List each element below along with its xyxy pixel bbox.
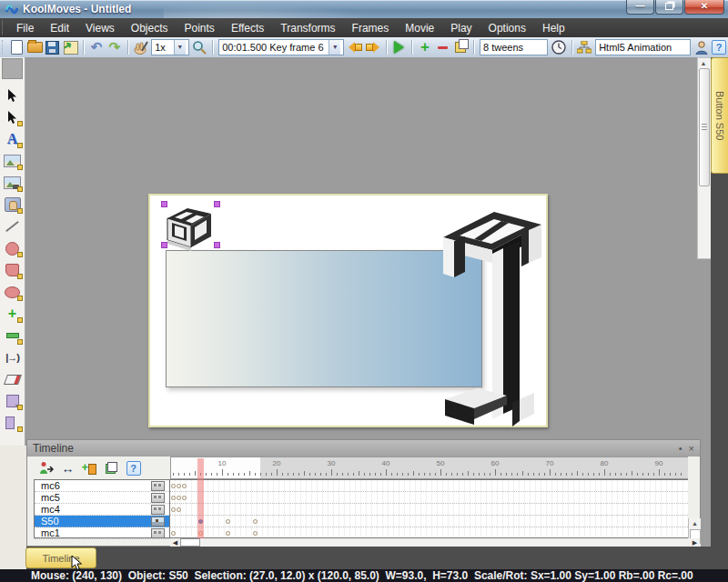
menu-effects[interactable]: Effects (223, 20, 272, 36)
keyframe-track[interactable] (170, 504, 688, 516)
selection-handle[interactable] (214, 242, 220, 248)
next-frame-button[interactable] (365, 39, 381, 56)
tool-line[interactable] (2, 216, 24, 237)
layer-row[interactable]: mc6 (35, 480, 169, 492)
tweens-field[interactable]: 8 tweens (480, 39, 548, 55)
play-button[interactable] (391, 39, 408, 56)
movie-canvas[interactable] (148, 194, 548, 427)
clamp-shape[interactable] (441, 206, 543, 426)
menu-file[interactable]: File (8, 20, 42, 36)
tool-eraser[interactable] (2, 368, 24, 390)
keyframe-track[interactable] (170, 480, 688, 492)
keyframe-dot[interactable] (171, 496, 176, 500)
layer-row[interactable]: mc4 (35, 504, 169, 516)
keyframe-track-area[interactable] (170, 479, 688, 538)
menu-frames[interactable]: Frames (344, 20, 398, 36)
new-button[interactable] (9, 39, 25, 56)
tool-text[interactable]: A (2, 128, 24, 150)
selection-handle[interactable] (214, 201, 220, 207)
keyframe-dot[interactable] (226, 519, 230, 524)
tool-ellipse[interactable] (2, 237, 24, 259)
resize-button[interactable]: ↔ (60, 460, 76, 476)
cube-shape[interactable] (164, 204, 217, 253)
tool-subselect[interactable] (2, 106, 24, 128)
scroll-up-icon[interactable]: ▲ (699, 59, 708, 68)
undo-button[interactable]: ↶ (88, 39, 105, 56)
tool-align[interactable]: |→) (2, 346, 24, 368)
menu-edit[interactable]: Edit (42, 20, 77, 36)
menu-views[interactable]: Views (77, 20, 123, 36)
menu-points[interactable]: Points (177, 20, 223, 36)
copy-frame-button[interactable] (452, 39, 469, 56)
tool-button[interactable] (2, 194, 24, 216)
delete-frame-button[interactable] (435, 39, 451, 56)
keyframe-dot[interactable] (253, 519, 258, 524)
keyframe-dot[interactable] (177, 484, 181, 488)
chevron-down-icon[interactable]: ▾ (329, 40, 340, 55)
scroll-up-icon[interactable]: ▲ (691, 520, 699, 527)
format-field[interactable]: Html5 Animation (595, 39, 691, 55)
timeline-help-button[interactable]: ? (126, 460, 141, 476)
restore-button[interactable] (655, 0, 683, 15)
chevron-down-icon[interactable]: ▾ (174, 40, 186, 55)
minimize-button[interactable]: — (626, 0, 654, 15)
export-button[interactable] (63, 39, 79, 56)
clock-button[interactable] (551, 39, 567, 56)
pin-icon[interactable]: • (679, 443, 682, 454)
save-button[interactable] (45, 39, 61, 56)
timeline-header[interactable]: Timeline • × (27, 440, 700, 457)
layer-row[interactable]: S50 (35, 516, 169, 527)
selection-handle[interactable] (161, 201, 167, 207)
keyframe-dot[interactable] (182, 484, 187, 488)
tool-add-points[interactable]: + (2, 303, 24, 325)
insert-frame-button[interactable] (82, 460, 97, 476)
menu-transforms[interactable]: Transforms (272, 20, 343, 36)
selection-handle[interactable] (161, 242, 167, 248)
button-panel-tab[interactable]: Button S50 (711, 57, 728, 174)
keyframe-track[interactable] (170, 492, 688, 504)
gradient-rectangle-shape[interactable] (166, 250, 482, 387)
keyframe-dot[interactable] (171, 531, 176, 536)
person-button[interactable] (693, 39, 710, 56)
keyframe-dot[interactable] (171, 507, 176, 512)
tool-rectangle[interactable] (2, 259, 24, 281)
menu-movie[interactable]: Movie (397, 20, 442, 36)
tool-transform[interactable] (2, 390, 24, 412)
tool-image-effects[interactable] (2, 172, 24, 194)
hierarchy-button[interactable] (576, 39, 592, 56)
redo-button[interactable]: ↷ (106, 39, 123, 56)
tool-select[interactable] (2, 85, 24, 106)
copy-layers-button[interactable] (104, 460, 119, 476)
keyframe-dot[interactable] (253, 531, 258, 536)
keyframe-dot[interactable] (182, 496, 187, 500)
open-button[interactable] (26, 39, 43, 56)
close-icon[interactable]: × (689, 443, 694, 454)
add-frame-button[interactable]: + (417, 39, 433, 56)
keyframe-select[interactable]: 00:01.500 Key frame 6 ▾ (218, 39, 344, 55)
keyframe-dot[interactable] (226, 531, 230, 536)
close-button[interactable]: ✕ (684, 0, 724, 15)
tool-properties[interactable] (2, 412, 24, 434)
zoom-select[interactable]: 1x ▾ (151, 39, 188, 55)
hand-tool-button[interactable] (133, 39, 149, 56)
tool-freehand[interactable] (2, 281, 24, 303)
menu-play[interactable]: Play (442, 20, 480, 36)
layer-row[interactable]: mc5 (35, 492, 169, 504)
scrollbar-thumb[interactable] (180, 538, 200, 547)
playhead[interactable] (197, 458, 204, 538)
tool-image[interactable] (2, 150, 24, 172)
keyframe-track[interactable] (170, 516, 688, 527)
workspace-scrollbar[interactable]: ▲ (697, 57, 712, 259)
help-button[interactable]: ? (711, 39, 727, 56)
timeline-ruler[interactable]: 102030405060708090 (170, 457, 688, 479)
magnifier-button[interactable] (192, 39, 208, 56)
keyframe-dot[interactable] (177, 507, 181, 512)
keyframe-dot[interactable] (171, 484, 176, 488)
menu-help[interactable]: Help (534, 20, 573, 36)
add-action-button[interactable] (38, 460, 54, 476)
keyframe-dot[interactable] (177, 496, 181, 500)
timeline-dock-tab[interactable]: Timeline (25, 547, 96, 568)
title-bar[interactable]: KoolMoves - Untitled — ✕ (0, 0, 728, 18)
active-tool-slot[interactable] (2, 58, 23, 79)
prev-frame-button[interactable] (347, 39, 363, 56)
